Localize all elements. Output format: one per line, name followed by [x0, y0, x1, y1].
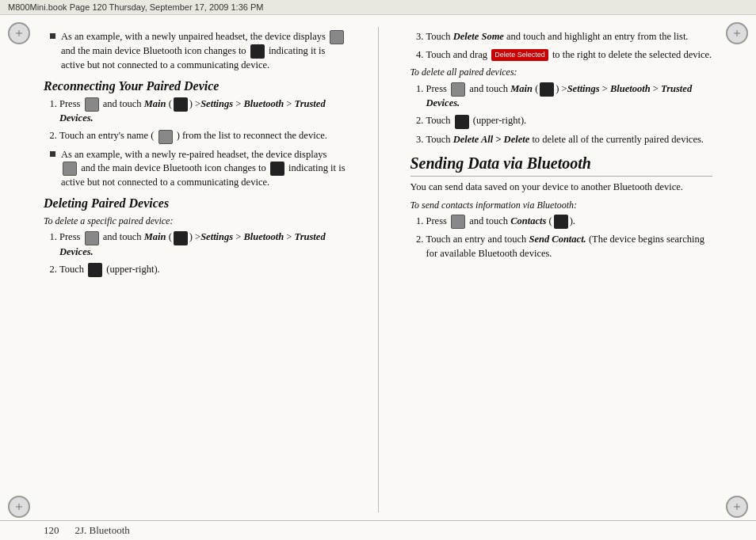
italic-label-all: To delete all paired devices: [410, 66, 713, 79]
home-icon-3 [451, 82, 465, 97]
bullet-text-unpaired: As an example, with a newly unpaired hea… [61, 30, 346, 73]
bullet-square-2 [50, 151, 55, 157]
delete-specific-item-1: Press and touch Main () >Settings > Blue… [59, 230, 346, 259]
menu-icon-2 [455, 115, 469, 129]
contacts-icon-1 [554, 215, 568, 229]
delete-continued-item-4: Touch and drag Delete Selected to the ri… [426, 48, 713, 63]
reconnect-list: Press and touch Main () >Settings > Blue… [44, 97, 346, 144]
delete-all-item-2: Touch (upper-right). [426, 114, 713, 128]
section-title-reconnecting: Reconnecting Your Paired Device [44, 79, 346, 93]
bluetooth-icon-repaired [270, 162, 284, 176]
send-contacts-item-1: Press and touch Contacts (). [426, 215, 713, 229]
corner-decoration-tr [726, 22, 748, 44]
main-content: As an example, with a newly unpaired hea… [0, 15, 756, 520]
bullet-text-repaired: As an example, with a newly re-paired he… [61, 148, 346, 190]
corner-decoration-bl [8, 496, 30, 518]
left-column: As an example, with a newly unpaired hea… [44, 27, 354, 512]
entry-icon-1 [158, 130, 173, 144]
home-icon-1 [85, 97, 99, 112]
page: M800Mini.book Page 120 Thursday, Septemb… [0, 0, 756, 540]
italic-label-contacts: To send contacts information via Bluetoo… [410, 199, 713, 212]
delete-selected-badge: Delete Selected [491, 49, 548, 61]
menu-icon-1 [88, 263, 102, 277]
main-icon-1 [174, 97, 188, 112]
corner-decoration-br [726, 496, 748, 518]
corner-decoration-tl [8, 22, 30, 44]
bullet-item-repaired: As an example, with a newly re-paired he… [50, 148, 346, 190]
send-contacts-list: Press and touch Contacts (). Touch an en… [410, 215, 713, 260]
send-contacts-item-2: Touch an entry and touch Send Contact. (… [426, 233, 713, 260]
bullet-item-unpaired: As an example, with a newly unpaired hea… [50, 30, 346, 73]
right-column: Touch Delete Some and touch and highligh… [403, 27, 713, 512]
reconnect-item-2: Touch an entry's name ( ) from the list … [59, 129, 346, 143]
header-text: M800Mini.book Page 120 Thursday, Septemb… [8, 2, 263, 12]
delete-all-list: Press and touch Main () >Settings > Blue… [410, 82, 713, 146]
column-divider [378, 27, 379, 512]
main-icon-2 [174, 231, 188, 245]
header-bar: M800Mini.book Page 120 Thursday, Septemb… [0, 0, 756, 15]
delete-all-item-1: Press and touch Main () >Settings > Blue… [426, 82, 713, 111]
delete-specific-list: Press and touch Main () >Settings > Blue… [44, 230, 346, 277]
bullet-square [50, 33, 55, 39]
italic-label-specific: To delete a specific paired device: [44, 215, 346, 228]
footer-section-label: 2J. Bluetooth [75, 524, 130, 537]
sending-intro: You can send data saved on your device t… [410, 181, 713, 195]
footer-page-number: 120 [44, 524, 59, 537]
delete-continued-item-3: Touch Delete Some and touch and highligh… [426, 30, 713, 44]
headset-icon-repaired [63, 162, 77, 176]
footer: 120 2J. Bluetooth [0, 520, 756, 540]
main-icon-3 [540, 82, 554, 97]
delete-continued-list: Touch Delete Some and touch and highligh… [410, 30, 713, 62]
reconnect-item-1: Press and touch Main () >Settings > Blue… [59, 97, 346, 126]
delete-all-item-3: Touch Delete All > Delete to delete all … [426, 133, 713, 147]
home-icon-2 [85, 231, 99, 245]
headset-icon-unpaired [330, 30, 344, 44]
section-title-deleting: Deleting Paired Devices [44, 196, 346, 211]
phone-icon-1 [451, 215, 465, 229]
bluetooth-icon-unpaired [250, 44, 265, 59]
delete-specific-item-2: Touch (upper-right). [59, 263, 346, 277]
section-title-sending: Sending Data via Bluetooth [410, 154, 713, 177]
